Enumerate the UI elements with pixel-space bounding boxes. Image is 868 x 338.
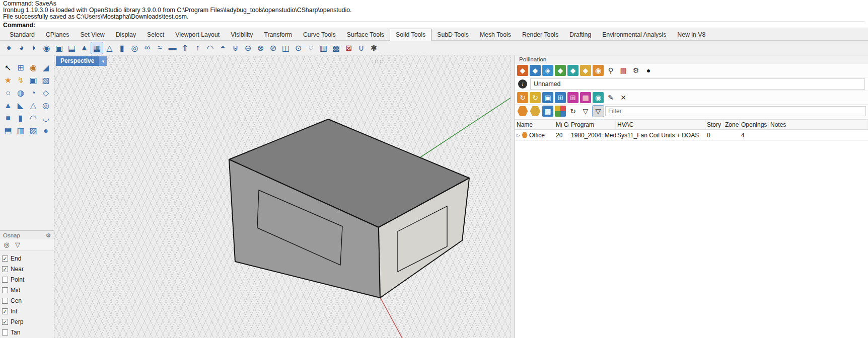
solid-box-grid-icon[interactable]: ▦ (91, 42, 103, 54)
cone-icon[interactable]: ▲ (2, 99, 15, 112)
faces-hex-icon[interactable] (530, 106, 541, 117)
toolbar-tab-new-in-v8[interactable]: New in V8 (672, 29, 711, 40)
grids-icon[interactable]: ▦ (542, 106, 553, 117)
polyline-icon[interactable]: ↯ (15, 74, 27, 87)
osnap-checkbox-point[interactable] (2, 277, 8, 283)
osnap-checkbox-near[interactable]: ✓ (2, 266, 8, 272)
col-header-openings[interactable]: Openings (740, 120, 769, 129)
settings-gear-icon[interactable]: ⚙ (630, 65, 641, 76)
boolean-difference-icon[interactable]: ⊖ (242, 42, 254, 54)
rail-revolve-icon[interactable]: ◠ (204, 42, 216, 54)
arc-icon[interactable]: ◔ (27, 87, 40, 99)
extrude-curve-icon[interactable]: ⇑ (179, 42, 191, 54)
solid-box-icon[interactable]: ▣ (53, 42, 65, 54)
toolbar-tab-subd-tools[interactable]: SubD Tools (431, 29, 474, 40)
solid-ellipsoid-icon[interactable]: ◕ (16, 42, 27, 54)
osnap-checkbox-cen[interactable] (2, 298, 8, 304)
toolbar-tab-visibility[interactable]: Visibility (225, 29, 258, 40)
osnap-filter-icon[interactable]: ▽ (13, 240, 22, 249)
osnap-checkbox-tan[interactable] (2, 329, 8, 335)
report-icon[interactable]: ▤ (618, 65, 629, 76)
place-hole-icon[interactable]: ◌ (305, 42, 317, 54)
surface-icon[interactable]: ▤ (2, 124, 15, 137)
views-multi-icon[interactable] (555, 106, 566, 117)
expand-caret-icon[interactable]: ▷ (517, 133, 520, 138)
move-face-axis-icon[interactable]: ✱ (368, 42, 380, 54)
array-box-icon[interactable]: ▧ (40, 74, 52, 87)
osnap-checkbox-end[interactable]: ✓ (2, 256, 8, 262)
pollination-daylight-icon[interactable]: ◆ (580, 65, 591, 76)
viewport-tab-perspective[interactable]: Perspective (56, 56, 99, 66)
solid-sphere-pair-icon[interactable]: ◉ (41, 42, 52, 54)
pollination-sync-icon[interactable]: ◆ (517, 65, 528, 76)
filter-funnel-icon[interactable]: ▽ (580, 106, 591, 117)
osnap-disable-icon[interactable]: ◎ (2, 240, 11, 249)
curve-icon[interactable]: ◡ (40, 112, 52, 124)
col-header-name[interactable]: Name (515, 120, 554, 129)
ellipse-icon[interactable]: ◍ (15, 87, 27, 99)
col-header-hvac[interactable]: HVAC (616, 120, 705, 129)
osnap-gear-icon[interactable]: ⚙ (46, 232, 51, 239)
toolbar-tab-surface-tools[interactable]: Surface Tools (341, 29, 390, 40)
add-shade-icon[interactable]: ⊞ (567, 92, 578, 103)
boolean-cup-icon[interactable]: ∪ (355, 42, 367, 54)
rhino-plugin-icon[interactable]: ● (643, 65, 654, 76)
grid-holes-icon[interactable]: ▩ (330, 42, 342, 54)
array-hole-icon[interactable]: ▥ (318, 42, 329, 54)
toolbar-tab-environmental-analysis[interactable]: Environmental Analysis (597, 29, 672, 40)
solid-icon[interactable]: ● (40, 124, 52, 137)
pollination-update-icon[interactable]: ◈ (542, 65, 553, 76)
shell-icon[interactable]: ◫ (280, 42, 292, 54)
pyramid-icon[interactable]: △ (27, 99, 40, 112)
half-cone-icon[interactable]: ◣ (15, 99, 27, 112)
explode-icon[interactable]: ★ (2, 74, 15, 87)
room-name-field[interactable] (530, 78, 865, 90)
toolbar-tab-curve-tools[interactable]: Curve Tools (298, 29, 341, 40)
solid-paraboloid-icon[interactable]: ◗ (28, 42, 40, 54)
solid-tube-icon[interactable]: ◎ (129, 42, 140, 54)
filter-settings-icon[interactable]: ▽ (593, 106, 604, 117)
solid-box-3pt-icon[interactable]: ▤ (66, 42, 78, 54)
viewport-menu-caret-icon[interactable]: ▾ (99, 56, 107, 66)
col-header-program[interactable]: Program (569, 120, 616, 129)
cplane-icon[interactable]: ◢ (40, 61, 52, 74)
add-rooms-icon[interactable]: ↻ (517, 92, 528, 103)
command-prompt[interactable]: Command: (3, 21, 865, 29)
toolbar-tab-mesh-tools[interactable]: Mesh Tools (474, 29, 517, 40)
osnap-checkbox-mid[interactable] (2, 287, 8, 293)
wire-cut-icon[interactable]: ≈ (154, 42, 166, 54)
remove-properties-icon[interactable]: ✕ (618, 92, 629, 103)
col-header-zone[interactable]: Zone (724, 120, 740, 129)
toolbar-tab-transform[interactable]: Transform (258, 29, 298, 40)
boolean-split-icon[interactable]: ⊘ (267, 42, 279, 54)
sphere-wire-icon[interactable]: ◎ (40, 99, 52, 112)
solid-sphere-icon[interactable]: ● (3, 42, 15, 54)
rooms-hex-icon[interactable] (517, 106, 528, 117)
cap-holes-icon[interactable]: ◓ (217, 42, 229, 54)
extrude-surface-icon[interactable]: ↑ (192, 42, 203, 54)
solid-slab-icon[interactable]: ▬ (167, 42, 178, 54)
round-hole-icon[interactable]: ⊙ (293, 42, 304, 54)
edit-properties-pencil-icon[interactable]: ✎ (605, 92, 616, 103)
info-icon[interactable]: i (518, 79, 527, 89)
toolbar-tab-set-view[interactable]: Set View (75, 29, 110, 40)
table-row-office[interactable]: ▷ Office 20 1980_2004::Mediur Sys11_Fan … (515, 130, 868, 141)
toolbar-tab-cplanes[interactable]: CPlanes (40, 29, 75, 40)
add-faces-icon[interactable]: ↻ (530, 92, 541, 103)
toolbar-tab-render-tools[interactable]: Render Tools (517, 29, 564, 40)
gumball-icon[interactable]: ◉ (27, 61, 40, 74)
toolbar-tab-viewport-layout[interactable]: Viewport Layout (170, 29, 225, 40)
circle-icon[interactable]: ○ (2, 87, 15, 99)
validate-model-search-icon[interactable]: ⚲ (605, 65, 616, 76)
refresh-table-icon[interactable]: ↻ (567, 106, 578, 117)
edit-box-icon[interactable]: ▣ (27, 74, 40, 87)
box-icon[interactable]: ■ (2, 112, 15, 124)
dome-icon[interactable]: ◠ (27, 112, 40, 124)
osnap-checkbox-perp[interactable]: ✓ (2, 319, 8, 325)
filter-input[interactable] (605, 106, 866, 116)
diamond-icon[interactable]: ◇ (40, 87, 52, 99)
solid-cone-icon[interactable]: ▲ (79, 42, 90, 54)
viewport-perspective[interactable]: Perspective ▾ (54, 55, 511, 338)
col-header-story[interactable]: Story (705, 120, 724, 129)
delete-hole-icon[interactable]: ⊠ (343, 42, 354, 54)
